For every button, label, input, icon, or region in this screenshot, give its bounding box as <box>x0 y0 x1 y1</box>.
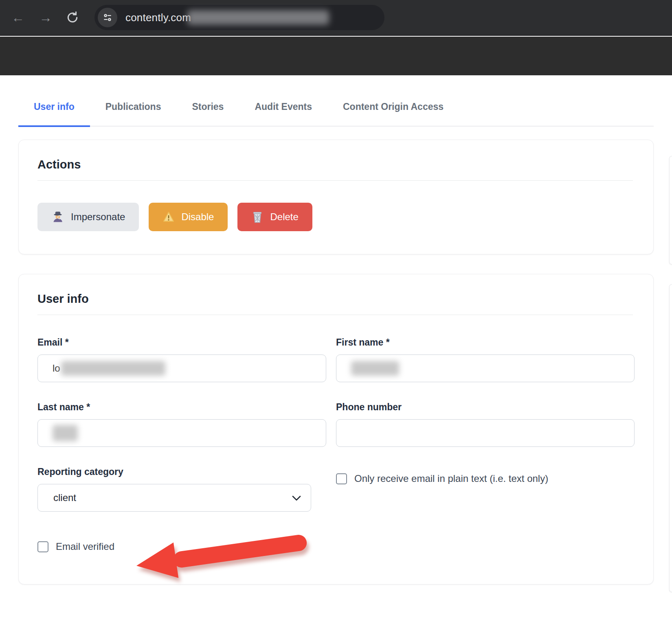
last-name-label: Last name * <box>37 402 326 413</box>
plain-text-checkbox-label: Only receive email in plain text (i.e. t… <box>354 473 548 484</box>
reporting-category-label: Reporting category <box>37 466 326 477</box>
url-text: contently.com <box>125 11 191 24</box>
actions-card: Actions Impersonate <box>18 140 654 254</box>
email-verified-checkbox-row[interactable]: Email verified <box>37 541 635 552</box>
last-name-redacted-blur <box>53 425 78 441</box>
plain-text-checkbox-row[interactable]: Only receive email in plain text (i.e. t… <box>336 473 635 484</box>
first-name-input[interactable] <box>336 355 635 382</box>
actions-button-row: Impersonate Disable <box>37 203 635 231</box>
cutoff-card-sliver-top <box>669 156 672 265</box>
chevron-down-icon <box>292 492 301 503</box>
url-bar[interactable]: contently.com <box>94 5 384 30</box>
form-row-3: Reporting category client Only receive e… <box>37 466 635 512</box>
email-redacted-blur <box>61 361 165 376</box>
phone-number-input[interactable] <box>336 419 635 447</box>
email-value-prefix: lo <box>53 363 60 374</box>
tab-bar: User info Publications Stories Audit Eve… <box>18 101 654 127</box>
tab-audit-events[interactable]: Audit Events <box>239 101 327 127</box>
email-input[interactable]: lo <box>37 355 326 382</box>
disable-button[interactable]: Disable <box>149 203 228 231</box>
warning-icon <box>163 211 175 223</box>
plain-text-checkbox[interactable] <box>336 473 347 484</box>
user-info-card: User info Email * lo First name * Last n… <box>18 274 654 584</box>
reporting-category-value: client <box>53 492 76 503</box>
forward-icon[interactable]: → <box>37 9 55 26</box>
actions-card-title: Actions <box>37 158 635 171</box>
impersonate-button-label: Impersonate <box>71 211 125 223</box>
browser-toolbar: ← → contently.com <box>0 0 672 36</box>
form-row-1: Email * lo First name * <box>37 337 635 382</box>
first-name-label: First name * <box>336 337 635 348</box>
form-row-2: Last name * Phone number <box>37 402 635 447</box>
red-arrow-annotation <box>135 531 322 588</box>
tab-stories[interactable]: Stories <box>176 101 239 127</box>
reload-icon[interactable] <box>64 9 81 26</box>
last-name-input[interactable] <box>37 419 326 447</box>
tab-content-origin-access[interactable]: Content Origin Access <box>327 101 459 127</box>
app-header: Users › L <box>0 37 672 75</box>
page-content: User info Publications Stories Audit Eve… <box>0 75 672 584</box>
tab-publications[interactable]: Publications <box>90 101 177 127</box>
tab-user-info[interactable]: User info <box>18 101 90 127</box>
email-label: Email * <box>37 337 326 348</box>
email-verified-checkbox-label: Email verified <box>56 541 114 552</box>
reporting-category-select[interactable]: client <box>37 484 311 512</box>
site-info-icon[interactable] <box>98 8 117 27</box>
email-verified-checkbox[interactable] <box>37 541 48 552</box>
delete-button[interactable]: Delete <box>237 203 312 231</box>
phone-number-label: Phone number <box>336 402 635 413</box>
cutoff-card-sliver-bottom <box>669 284 672 592</box>
spy-icon <box>51 210 64 223</box>
disable-button-label: Disable <box>181 211 214 223</box>
delete-button-label: Delete <box>270 211 298 223</box>
impersonate-button[interactable]: Impersonate <box>37 203 139 231</box>
first-name-redacted-blur <box>351 361 399 376</box>
trash-icon <box>251 210 264 223</box>
url-redacted-blur <box>187 10 329 25</box>
back-icon[interactable]: ← <box>9 9 27 26</box>
user-info-card-title: User info <box>37 292 635 306</box>
